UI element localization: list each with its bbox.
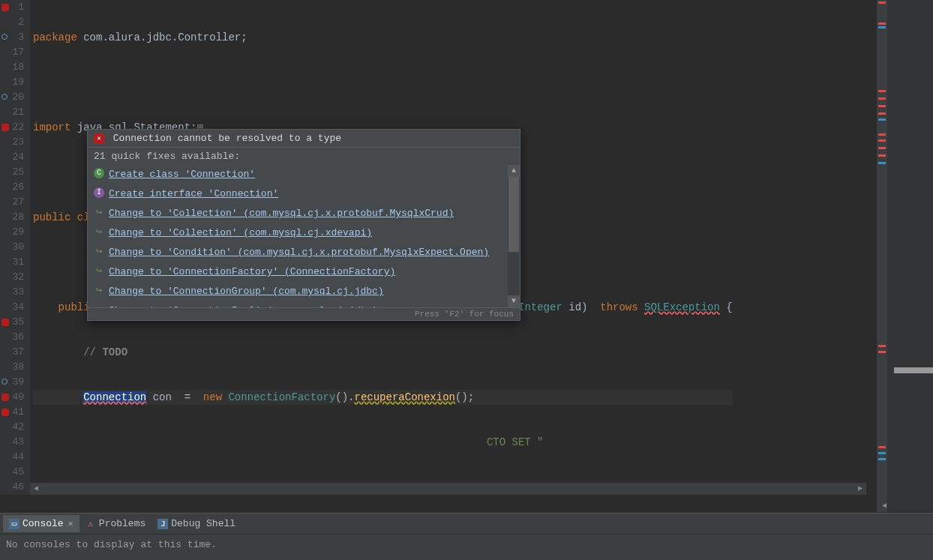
quickfix-item[interactable]: ↪Change to 'Collection' (com.mysql.cj.x.…: [88, 204, 520, 223]
quickfix-item[interactable]: ↪Change to 'ConnectionFactory' (Connecti…: [88, 262, 520, 282]
quickfix-item-icon: ↪: [94, 304, 104, 307]
console-body: No consoles to display at this time.: [0, 535, 933, 555]
string: CTO SET ": [487, 436, 544, 448]
tab-debug-shell[interactable]: J Debug Shell: [152, 515, 242, 532]
tab-problems[interactable]: ⚠ Problems: [80, 515, 152, 532]
quickfix-item[interactable]: ↪Change to 'ConnectionImpl' (com.mysql.c…: [88, 301, 520, 307]
quickfix-item-label: Create class 'Connection': [109, 169, 255, 180]
overview-mark[interactable]: [878, 446, 886, 448]
scroll-left-icon[interactable]: ◀: [878, 500, 890, 512]
overview-mark[interactable]: [878, 162, 886, 164]
scroll-thumb[interactable]: [508, 177, 519, 252]
classname: ConnectionFactory: [228, 391, 335, 403]
quickfix-item-icon: ↪: [94, 226, 104, 237]
overview-mark[interactable]: [878, 1, 886, 4]
method-call: recuperaConexion: [355, 391, 455, 403]
quickfix-popup[interactable]: ✕ Connection cannot be resolved to a typ…: [87, 129, 520, 321]
overview-mark[interactable]: [878, 147, 886, 149]
overview-mark[interactable]: [878, 97, 886, 100]
quickfix-item[interactable]: ↪Change to 'Collection' (com.mysql.cj.xd…: [88, 223, 520, 243]
quickfix-item[interactable]: ↪Change to 'ConnectionGroup' (com.mysql.…: [88, 282, 520, 301]
gutter-annotations: [0, 0, 10, 495]
text: id): [562, 301, 600, 313]
panel-drag-handle[interactable]: [894, 367, 933, 373]
bottom-tabs-bar: ▭ Console ✕ ⚠ Problems J Debug Shell: [0, 514, 933, 535]
text: con =: [146, 391, 203, 403]
right-panel-strip: ◀: [877, 0, 933, 512]
overview-ruler[interactable]: [877, 0, 887, 512]
overview-mark[interactable]: [878, 452, 886, 454]
tab-label: Debug Shell: [171, 518, 236, 529]
quickfix-scrollbar[interactable]: ▲ ▼: [508, 165, 520, 307]
overview-mark[interactable]: [878, 118, 886, 121]
quickfix-title: Connection cannot be resolved to a type: [113, 133, 341, 144]
debug-icon: J: [158, 519, 168, 529]
quickfix-item[interactable]: CCreate class 'Connection': [88, 165, 520, 184]
overview-mark[interactable]: [878, 26, 886, 28]
tab-console[interactable]: ▭ Console ✕: [3, 515, 80, 532]
quickfix-item-icon: C: [94, 168, 104, 178]
scroll-right-icon[interactable]: ▶: [854, 483, 866, 495]
scroll-left-icon[interactable]: ◀: [30, 483, 42, 495]
horizontal-scrollbar[interactable]: ◀ ▶: [30, 483, 866, 495]
text: {: [720, 301, 733, 313]
scroll-up-icon[interactable]: ▲: [508, 165, 520, 177]
problems-icon: ⚠: [86, 519, 96, 529]
keyword: new: [203, 391, 229, 403]
quickfix-item-icon: ↪: [94, 246, 104, 256]
keyword: public: [33, 211, 70, 223]
console-icon: ▭: [9, 519, 20, 529]
overview-mark[interactable]: [878, 351, 886, 353]
quickfix-footer-hint: Press 'F2' for focus: [88, 307, 520, 320]
quickfix-count: 21 quick fixes available:: [88, 148, 520, 165]
quickfix-item-label: Change to 'Condition' (com.mysql.cj.x.pr…: [109, 247, 489, 258]
quickfix-header: ✕ Connection cannot be resolved to a typ…: [88, 130, 520, 148]
overview-mark[interactable]: [878, 90, 886, 92]
comment: //: [83, 346, 102, 358]
quickfix-item-icon: ↪: [94, 207, 104, 217]
overview-mark[interactable]: [878, 139, 886, 142]
tab-label: Problems: [99, 518, 146, 529]
comment: TODO: [102, 346, 128, 358]
overview-mark[interactable]: [878, 22, 886, 25]
quickfix-item-icon: I: [94, 187, 104, 198]
quickfix-item-label: Change to 'Collection' (com.mysql.cj.x.p…: [109, 208, 454, 219]
quickfix-item-label: Create interface 'Connection': [109, 188, 278, 199]
quickfix-item-label: Change to 'ConnectionFactory' (Connectio…: [109, 266, 395, 277]
quickfix-item-label: Change to 'ConnectionImpl' (com.mysql.cj…: [109, 305, 378, 307]
text: com.alura.jdbc.Controller;: [77, 31, 248, 43]
text: ();: [455, 391, 474, 403]
overview-mark[interactable]: [878, 105, 886, 107]
overview-mark[interactable]: [878, 458, 886, 460]
keyword: package: [33, 31, 77, 43]
type: SQLException: [644, 301, 720, 313]
bottom-panel: ▭ Console ✕ ⚠ Problems J Debug Shell No …: [0, 513, 933, 560]
overview-mark[interactable]: [878, 133, 886, 136]
quickfix-item-label: Change to 'Collection' (com.mysql.cj.xde…: [109, 227, 372, 238]
overview-mark[interactable]: [878, 154, 886, 157]
console-empty-message: No consoles to display at this time.: [6, 539, 217, 550]
keyword: import: [33, 121, 70, 133]
overview-mark[interactable]: [878, 345, 886, 347]
error-icon: ✕: [94, 133, 104, 144]
text: ().: [335, 391, 354, 403]
quickfix-item-icon: ↪: [94, 285, 104, 295]
tab-label: Console: [22, 518, 64, 529]
overview-mark[interactable]: [878, 112, 886, 115]
quickfix-item[interactable]: ICreate interface 'Connection': [88, 184, 520, 204]
quickfix-item[interactable]: ↪Change to 'Condition' (com.mysql.cj.x.p…: [88, 243, 520, 262]
quickfix-list: CCreate class 'Connection'ICreate interf…: [88, 165, 520, 307]
error-token[interactable]: Connection: [83, 391, 146, 403]
quickfix-item-label: Change to 'ConnectionGroup' (com.mysql.c…: [109, 286, 384, 297]
quickfix-item-icon: ↪: [94, 265, 104, 276]
close-icon[interactable]: ✕: [68, 518, 74, 529]
type: Integer: [518, 301, 562, 313]
keyword: throws: [600, 301, 644, 313]
scroll-down-icon[interactable]: ▼: [508, 295, 520, 307]
